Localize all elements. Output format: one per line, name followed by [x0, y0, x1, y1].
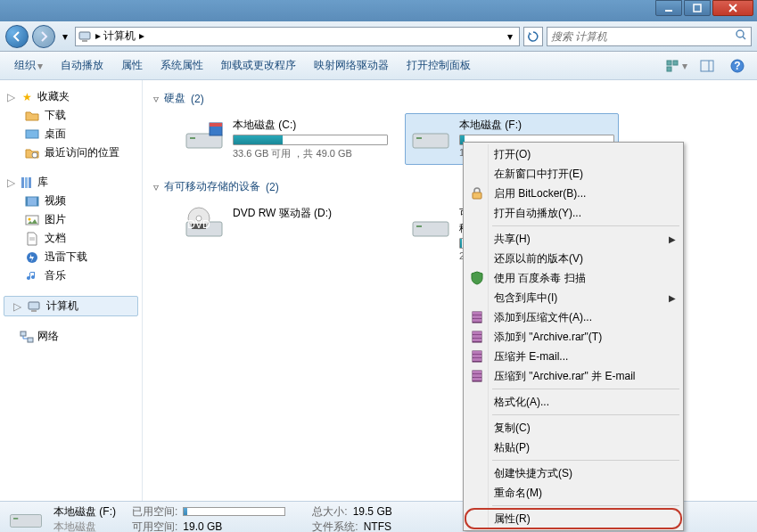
menu-item[interactable]: 压缩并 E-mail... [465, 347, 681, 366]
menu-separator [492, 389, 679, 389]
menu-item-label: 共享(H) [494, 232, 531, 247]
section-hard-disks[interactable]: ▿硬盘 (2) [153, 91, 746, 106]
drive-c[interactable]: 本地磁盘 (C:) 33.6 GB 可用 ，共 49.0 GB [178, 113, 392, 165]
disk-icon [7, 503, 45, 532]
used-space-bar [183, 507, 285, 516]
search-input[interactable] [551, 30, 735, 43]
maximize-button[interactable] [684, 0, 711, 16]
menu-item[interactable]: 复制(C) [465, 418, 681, 438]
disk-icon [183, 118, 226, 153]
preview-pane-button[interactable] [693, 55, 720, 77]
forward-button[interactable] [32, 25, 55, 48]
svg-rect-11 [701, 61, 713, 71]
sidebar-item-network[interactable]: ▷网络 [0, 327, 142, 346]
svg-rect-1 [694, 4, 701, 12]
libraries-group[interactable]: ▷库 [0, 173, 142, 192]
favorites-group[interactable]: ▷★收藏夹 [0, 87, 142, 106]
star-icon: ★ [20, 90, 34, 104]
dvd-icon: DVD [183, 206, 226, 241]
address-dropdown[interactable]: ▾ [503, 30, 517, 43]
svg-rect-4 [79, 32, 90, 39]
menu-item-label: 添加到 "Archive.rar"(T) [494, 330, 602, 345]
map-drive-button[interactable]: 映射网络驱动器 [307, 54, 396, 77]
menu-item-label: 创建快捷方式(S) [494, 466, 572, 481]
back-button[interactable] [5, 25, 29, 48]
menu-item[interactable]: 添加到 "Archive.rar"(T) [465, 327, 681, 347]
svg-line-7 [743, 37, 745, 39]
menu-item-label: 使用 百度杀毒 扫描 [494, 271, 586, 286]
menu-separator [492, 225, 679, 226]
menu-item[interactable]: 共享(H)▶ [465, 229, 681, 249]
menu-item[interactable]: 启用 BitLocker(B)... [465, 184, 681, 203]
disk-icon [409, 206, 452, 241]
folder-icon [25, 109, 39, 123]
svg-text:?: ? [734, 60, 740, 72]
video-icon [25, 194, 39, 209]
sidebar-item-videos[interactable]: 视频 [0, 192, 142, 210]
control-panel-button[interactable]: 打开控制面板 [399, 54, 478, 77]
address-text: ▸ 计算机 ▸ [95, 29, 503, 44]
computer-icon [27, 299, 41, 314]
svg-point-6 [736, 30, 744, 37]
menu-item[interactable]: 粘贴(P) [465, 438, 681, 457]
drive-name: 本地磁盘 (F:) [459, 118, 614, 133]
desktop-icon [25, 127, 39, 142]
capacity-bar [233, 135, 388, 145]
menu-separator [492, 414, 679, 415]
menu-item-label: 启用 BitLocker(B)... [494, 186, 586, 201]
refresh-button[interactable] [523, 27, 543, 46]
menu-item[interactable]: 添加到压缩文件(A)... [465, 307, 681, 327]
sidebar-item-recent[interactable]: 最近访问的位置 [0, 143, 142, 162]
menu-item[interactable]: 使用 百度杀毒 扫描 [465, 268, 681, 288]
menu-item[interactable]: 还原以前的版本(V) [465, 249, 681, 268]
autoplay-button[interactable]: 自动播放 [53, 54, 111, 77]
properties-button[interactable]: 属性 [114, 54, 150, 77]
svg-rect-19 [29, 177, 31, 188]
address-bar[interactable]: ▸ 计算机 ▸ ▾ [75, 27, 520, 46]
music-icon [25, 269, 39, 283]
svg-rect-43 [413, 222, 448, 236]
menu-item[interactable]: 格式化(A)... [465, 392, 681, 412]
svg-rect-59 [473, 358, 481, 361]
menu-item-label: 添加到压缩文件(A)... [494, 310, 592, 325]
window-titlebar [0, 0, 757, 21]
nav-history-dropdown[interactable]: ▾ [59, 28, 71, 45]
sidebar-item-documents[interactable]: 文档 [0, 229, 142, 248]
help-button[interactable]: ? [723, 55, 750, 77]
sidebar-item-thunder[interactable]: 迅雷下载 [0, 248, 142, 266]
sidebar-item-pictures[interactable]: 图片 [0, 210, 142, 229]
svg-rect-57 [473, 351, 481, 354]
menu-item[interactable]: 打开(O) [465, 144, 681, 164]
search-box[interactable] [547, 27, 752, 46]
svg-rect-33 [190, 137, 195, 139]
organize-menu[interactable]: 组织 ▾ [7, 54, 50, 77]
view-mode-button[interactable]: ▾ [662, 55, 689, 77]
thunder-icon [25, 250, 39, 265]
libraries-icon [20, 176, 34, 190]
sidebar-item-desktop[interactable]: 桌面 [0, 125, 142, 143]
svg-rect-8 [667, 61, 671, 65]
system-properties-button[interactable]: 系统属性 [153, 54, 210, 77]
submenu-arrow-icon: ▶ [669, 293, 676, 303]
menu-item[interactable]: 在新窗口中打开(E) [465, 164, 681, 184]
menu-item[interactable]: 包含到库中(I)▶ [465, 288, 681, 307]
menu-item[interactable]: 属性(R) [465, 509, 681, 528]
menu-item[interactable]: 打开自动播放(Y)... [465, 203, 681, 223]
close-button[interactable] [712, 0, 753, 16]
svg-rect-5 [82, 40, 87, 42]
navigation-pane: ▷★收藏夹 下载 桌面 最近访问的位置 ▷库 视频 图片 文档 迅雷下载 音乐 … [0, 80, 143, 501]
menu-item[interactable]: 压缩到 "Archive.rar" 并 E-mail [465, 366, 681, 386]
sidebar-item-downloads[interactable]: 下载 [0, 106, 142, 125]
command-toolbar: 组织 ▾ 自动播放 属性 系统属性 卸载或更改程序 映射网络驱动器 打开控制面板… [0, 52, 757, 80]
sidebar-item-computer[interactable]: ▷计算机 [4, 296, 138, 316]
drive-dvd[interactable]: DVD DVD RW 驱动器 (D:) [178, 201, 392, 266]
menu-item[interactable]: 创建快捷方式(S) [465, 463, 681, 483]
svg-rect-58 [473, 355, 481, 357]
sidebar-item-music[interactable]: 音乐 [0, 266, 142, 285]
menu-item[interactable]: 重命名(M) [465, 483, 681, 503]
minimize-button[interactable] [655, 0, 682, 16]
menu-separator [492, 505, 679, 506]
uninstall-button[interactable]: 卸载或更改程序 [214, 54, 303, 77]
pictures-icon [25, 213, 39, 227]
disk-icon [409, 118, 452, 153]
